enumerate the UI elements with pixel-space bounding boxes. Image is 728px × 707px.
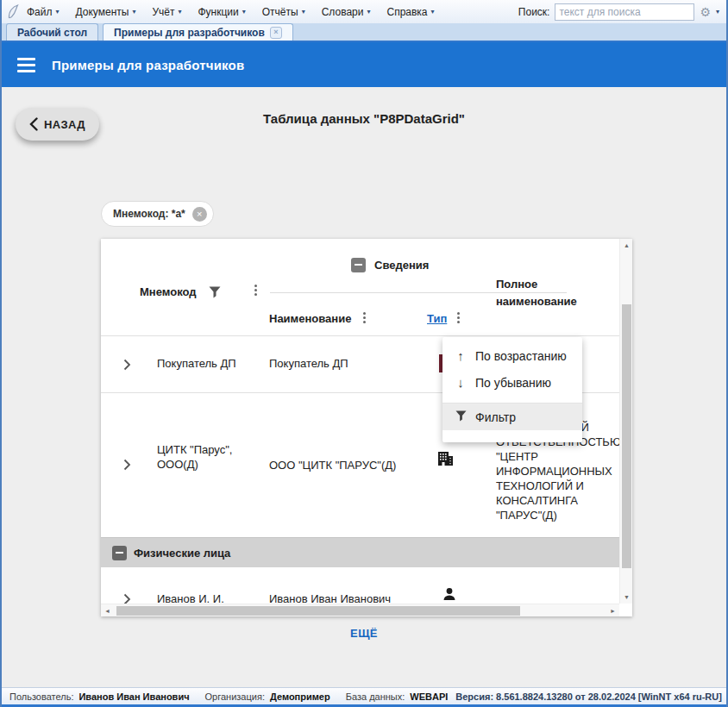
cell-mnemo[interactable]: ЦИТК "Парус", ООО(Д)	[157, 442, 254, 472]
tab-desktop[interactable]: Рабочий стол	[6, 23, 98, 41]
search-area: Поиск: ⚙ ▾	[518, 3, 726, 21]
expand-row-icon[interactable]	[123, 459, 131, 474]
filter-funnel-icon[interactable]	[209, 286, 221, 302]
scroll-up-icon[interactable]: ▲	[620, 239, 633, 252]
search-input[interactable]	[555, 3, 694, 21]
kebab-menu-icon-mnemo[interactable]	[253, 283, 259, 297]
collapse-section-icon[interactable]	[112, 546, 127, 560]
menu-item-reports[interactable]: Отчёты▾	[262, 6, 305, 18]
app-header-title: Примеры для разработчиков	[52, 58, 244, 72]
caret-down-icon: ▾	[367, 9, 370, 16]
group-header-svedeniya: Сведения	[351, 258, 429, 272]
menubar: Файл▾ Документы▾ Учёт▾ Функции▾ Отчёты▾ …	[2, 0, 726, 24]
horizontal-scrollbar[interactable]: ◄ ►	[101, 604, 619, 616]
version-text: Версия: 8.561.8824.13280 от 28.02.2024 […	[455, 691, 728, 702]
tab-developer-examples[interactable]: Примеры для разработчиков ×	[103, 23, 293, 41]
column-header-type-link[interactable]: Тип	[427, 312, 447, 325]
remove-filter-icon[interactable]: ×	[192, 207, 207, 222]
caret-down-icon[interactable]: ▾	[716, 9, 719, 16]
database-value: WEBAPI	[410, 691, 448, 702]
scroll-left-icon[interactable]: ◄	[101, 604, 114, 617]
kebab-menu-icon-name[interactable]	[361, 310, 367, 325]
search-label: Поиск:	[518, 6, 550, 18]
menu-item-file[interactable]: Файл▾	[27, 6, 60, 18]
menu-item-accounting[interactable]: Учёт▾	[152, 6, 181, 18]
user-value: Иванов Иван Иванович	[78, 691, 189, 702]
quill-logo-icon	[7, 4, 20, 19]
menu-item-filter[interactable]: Фильтр	[442, 404, 582, 430]
application-window: Файл▾ Документы▾ Учёт▾ Функции▾ Отчёты▾ …	[0, 0, 728, 707]
caret-down-icon: ▾	[56, 9, 60, 16]
menu-item-functions[interactable]: Функции▾	[198, 6, 245, 18]
column-header-name[interactable]: Наименование	[269, 312, 351, 325]
section-header-label: Физические лица	[134, 547, 230, 560]
menu-item-label: Учёт	[152, 6, 174, 18]
scroll-right-icon[interactable]: ►	[606, 604, 619, 617]
statusbar-database: База данных: WEBAPI	[338, 691, 456, 702]
app-header: Примеры для разработчиков	[2, 42, 726, 87]
vertical-scrollbar[interactable]: ▲ ▼	[619, 239, 632, 604]
menu-item-label: Файл	[27, 6, 53, 18]
menu-item-label: Функции	[198, 6, 238, 18]
filter-chip[interactable]: Мнемокод: *а* ×	[101, 201, 214, 227]
filter-chip-label: Мнемокод: *а*	[113, 208, 185, 220]
vertical-scrollbar-thumb[interactable]	[622, 304, 631, 568]
scroll-down-icon[interactable]: ▼	[620, 591, 633, 604]
person-icon	[442, 587, 456, 604]
caret-down-icon: ▾	[178, 9, 181, 16]
menu-item-label: Документы	[76, 6, 129, 18]
menu-item-dictionaries[interactable]: Словари▾	[322, 6, 371, 18]
menu-item-label: Справка	[386, 6, 427, 18]
menu-item-help[interactable]: Справка▾	[386, 6, 434, 18]
statusbar-user: Пользователь: Иванов Иван Иванович	[2, 691, 198, 702]
section-header-individuals[interactable]: Физические лица	[101, 537, 619, 567]
cell-mnemo[interactable]: Покупатель ДП	[157, 357, 236, 370]
organization-value: Демопример	[270, 691, 330, 702]
menu-item-sort-descending[interactable]: ↓ По убыванию	[442, 369, 582, 396]
statusbar-organization: Организация: Демопример	[198, 691, 338, 702]
caret-down-icon: ▾	[242, 9, 246, 16]
menu-item-label: По убыванию	[475, 376, 551, 390]
column-header-mnemo[interactable]: Мнемокод	[140, 285, 196, 298]
statusbar: Пользователь: Иванов Иван Иванович Орган…	[2, 687, 726, 705]
expand-row-icon[interactable]	[123, 359, 131, 374]
arrow-up-icon: ↑	[455, 348, 467, 363]
more-button[interactable]: ЕЩЁ	[2, 627, 726, 640]
cell-name[interactable]: Покупатель ДП	[269, 357, 348, 370]
building-icon	[437, 452, 454, 469]
group-header-label: Сведения	[374, 259, 429, 272]
main-content: НАЗАД Таблица данных "P8PDataGrid" Мнемо…	[2, 87, 726, 687]
filter-funnel-icon	[455, 410, 467, 424]
column-header-fullname[interactable]: Полное наименование	[496, 276, 621, 310]
menu-item-documents[interactable]: Документы▾	[76, 6, 136, 18]
menu-item-label: По возрастанию	[475, 349, 567, 363]
horizontal-scrollbar-thumb[interactable]	[116, 606, 520, 616]
cell-name[interactable]: ООО "ЦИТК "ПАРУС"(Д)	[269, 459, 420, 472]
menu-item-label: Отчёты	[262, 6, 298, 18]
caret-down-icon: ▾	[302, 9, 305, 16]
organization-label: Организация:	[205, 691, 265, 702]
collapse-group-icon[interactable]	[351, 258, 366, 272]
database-label: База данных:	[346, 691, 405, 702]
user-label: Пользователь:	[9, 691, 73, 702]
tabbar: Рабочий стол Примеры для разработчиков ×	[2, 23, 726, 42]
close-tab-icon[interactable]: ×	[270, 27, 282, 39]
tab-label: Примеры для разработчиков	[114, 27, 265, 39]
menu-item-label: Словари	[322, 6, 364, 18]
sort-dropdown-menu: ↑ По возрастанию ↓ По убыванию Фильтр	[442, 337, 582, 442]
page-title: Таблица данных "P8PDataGrid"	[2, 111, 726, 126]
caret-down-icon: ▾	[132, 9, 135, 16]
row-divider	[101, 335, 619, 336]
arrow-down-icon: ↓	[455, 375, 467, 390]
kebab-menu-icon-type[interactable]	[455, 310, 461, 325]
caret-down-icon: ▾	[431, 9, 435, 16]
menu-item-label: Фильтр	[475, 410, 516, 424]
gear-icon[interactable]: ⚙	[700, 6, 711, 18]
tab-label: Рабочий стол	[17, 27, 87, 39]
hamburger-menu-icon[interactable]	[17, 58, 35, 72]
menu-item-sort-ascending[interactable]: ↑ По возрастанию	[442, 342, 582, 369]
